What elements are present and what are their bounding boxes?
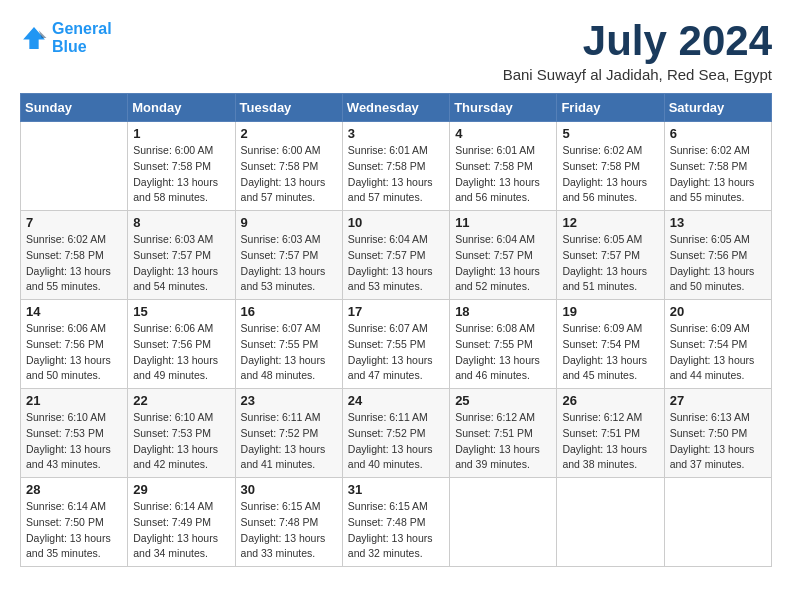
calendar-cell: 18 Sunrise: 6:08 AMSunset: 7:55 PMDaylig…: [450, 300, 557, 389]
calendar-cell: 12 Sunrise: 6:05 AMSunset: 7:57 PMDaylig…: [557, 211, 664, 300]
calendar-week-row: 28 Sunrise: 6:14 AMSunset: 7:50 PMDaylig…: [21, 478, 772, 567]
calendar-cell: 14 Sunrise: 6:06 AMSunset: 7:56 PMDaylig…: [21, 300, 128, 389]
day-info: Sunrise: 6:05 AMSunset: 7:56 PMDaylight:…: [670, 233, 755, 292]
title-block: July 2024 Bani Suwayf al Jadidah, Red Se…: [503, 20, 772, 83]
weekday-header: Friday: [557, 94, 664, 122]
day-number: 4: [455, 126, 551, 141]
calendar-cell: [664, 478, 771, 567]
calendar-cell: 10 Sunrise: 6:04 AMSunset: 7:57 PMDaylig…: [342, 211, 449, 300]
day-number: 23: [241, 393, 337, 408]
calendar-week-row: 1 Sunrise: 6:00 AMSunset: 7:58 PMDayligh…: [21, 122, 772, 211]
day-info: Sunrise: 6:07 AMSunset: 7:55 PMDaylight:…: [241, 322, 326, 381]
day-info: Sunrise: 6:02 AMSunset: 7:58 PMDaylight:…: [26, 233, 111, 292]
calendar-cell: 22 Sunrise: 6:10 AMSunset: 7:53 PMDaylig…: [128, 389, 235, 478]
day-number: 10: [348, 215, 444, 230]
day-info: Sunrise: 6:06 AMSunset: 7:56 PMDaylight:…: [133, 322, 218, 381]
calendar-cell: 30 Sunrise: 6:15 AMSunset: 7:48 PMDaylig…: [235, 478, 342, 567]
day-info: Sunrise: 6:02 AMSunset: 7:58 PMDaylight:…: [562, 144, 647, 203]
day-info: Sunrise: 6:05 AMSunset: 7:57 PMDaylight:…: [562, 233, 647, 292]
day-info: Sunrise: 6:00 AMSunset: 7:58 PMDaylight:…: [133, 144, 218, 203]
calendar-cell: 15 Sunrise: 6:06 AMSunset: 7:56 PMDaylig…: [128, 300, 235, 389]
calendar-cell: 28 Sunrise: 6:14 AMSunset: 7:50 PMDaylig…: [21, 478, 128, 567]
calendar-cell: 25 Sunrise: 6:12 AMSunset: 7:51 PMDaylig…: [450, 389, 557, 478]
calendar-cell: 23 Sunrise: 6:11 AMSunset: 7:52 PMDaylig…: [235, 389, 342, 478]
svg-marker-0: [23, 27, 45, 49]
day-info: Sunrise: 6:06 AMSunset: 7:56 PMDaylight:…: [26, 322, 111, 381]
day-number: 1: [133, 126, 229, 141]
day-info: Sunrise: 6:15 AMSunset: 7:48 PMDaylight:…: [348, 500, 433, 559]
day-info: Sunrise: 6:01 AMSunset: 7:58 PMDaylight:…: [348, 144, 433, 203]
day-number: 8: [133, 215, 229, 230]
weekday-header: Thursday: [450, 94, 557, 122]
day-number: 18: [455, 304, 551, 319]
calendar-cell: [21, 122, 128, 211]
calendar-header-row: SundayMondayTuesdayWednesdayThursdayFrid…: [21, 94, 772, 122]
day-info: Sunrise: 6:10 AMSunset: 7:53 PMDaylight:…: [133, 411, 218, 470]
day-info: Sunrise: 6:04 AMSunset: 7:57 PMDaylight:…: [455, 233, 540, 292]
day-info: Sunrise: 6:11 AMSunset: 7:52 PMDaylight:…: [348, 411, 433, 470]
day-number: 19: [562, 304, 658, 319]
calendar-cell: 13 Sunrise: 6:05 AMSunset: 7:56 PMDaylig…: [664, 211, 771, 300]
weekday-header: Tuesday: [235, 94, 342, 122]
calendar-cell: 16 Sunrise: 6:07 AMSunset: 7:55 PMDaylig…: [235, 300, 342, 389]
day-info: Sunrise: 6:02 AMSunset: 7:58 PMDaylight:…: [670, 144, 755, 203]
calendar-cell: 26 Sunrise: 6:12 AMSunset: 7:51 PMDaylig…: [557, 389, 664, 478]
logo-text: General Blue: [52, 20, 112, 55]
calendar-cell: [450, 478, 557, 567]
day-number: 2: [241, 126, 337, 141]
day-info: Sunrise: 6:03 AMSunset: 7:57 PMDaylight:…: [133, 233, 218, 292]
calendar-cell: 3 Sunrise: 6:01 AMSunset: 7:58 PMDayligh…: [342, 122, 449, 211]
calendar-cell: 17 Sunrise: 6:07 AMSunset: 7:55 PMDaylig…: [342, 300, 449, 389]
weekday-header: Saturday: [664, 94, 771, 122]
day-info: Sunrise: 6:11 AMSunset: 7:52 PMDaylight:…: [241, 411, 326, 470]
calendar-cell: 19 Sunrise: 6:09 AMSunset: 7:54 PMDaylig…: [557, 300, 664, 389]
calendar-cell: 4 Sunrise: 6:01 AMSunset: 7:58 PMDayligh…: [450, 122, 557, 211]
month-title: July 2024: [503, 20, 772, 62]
day-number: 9: [241, 215, 337, 230]
calendar-cell: 20 Sunrise: 6:09 AMSunset: 7:54 PMDaylig…: [664, 300, 771, 389]
day-number: 16: [241, 304, 337, 319]
calendar-cell: 11 Sunrise: 6:04 AMSunset: 7:57 PMDaylig…: [450, 211, 557, 300]
calendar-week-row: 14 Sunrise: 6:06 AMSunset: 7:56 PMDaylig…: [21, 300, 772, 389]
calendar-cell: [557, 478, 664, 567]
day-info: Sunrise: 6:07 AMSunset: 7:55 PMDaylight:…: [348, 322, 433, 381]
calendar-cell: 8 Sunrise: 6:03 AMSunset: 7:57 PMDayligh…: [128, 211, 235, 300]
day-info: Sunrise: 6:14 AMSunset: 7:50 PMDaylight:…: [26, 500, 111, 559]
day-info: Sunrise: 6:12 AMSunset: 7:51 PMDaylight:…: [455, 411, 540, 470]
day-number: 3: [348, 126, 444, 141]
day-number: 14: [26, 304, 122, 319]
day-info: Sunrise: 6:04 AMSunset: 7:57 PMDaylight:…: [348, 233, 433, 292]
calendar-cell: 2 Sunrise: 6:00 AMSunset: 7:58 PMDayligh…: [235, 122, 342, 211]
day-info: Sunrise: 6:09 AMSunset: 7:54 PMDaylight:…: [670, 322, 755, 381]
calendar-cell: 6 Sunrise: 6:02 AMSunset: 7:58 PMDayligh…: [664, 122, 771, 211]
day-number: 6: [670, 126, 766, 141]
weekday-header: Sunday: [21, 94, 128, 122]
day-info: Sunrise: 6:00 AMSunset: 7:58 PMDaylight:…: [241, 144, 326, 203]
day-number: 31: [348, 482, 444, 497]
day-number: 28: [26, 482, 122, 497]
day-number: 17: [348, 304, 444, 319]
calendar-cell: 24 Sunrise: 6:11 AMSunset: 7:52 PMDaylig…: [342, 389, 449, 478]
day-number: 13: [670, 215, 766, 230]
calendar-cell: 31 Sunrise: 6:15 AMSunset: 7:48 PMDaylig…: [342, 478, 449, 567]
location: Bani Suwayf al Jadidah, Red Sea, Egypt: [503, 66, 772, 83]
day-info: Sunrise: 6:03 AMSunset: 7:57 PMDaylight:…: [241, 233, 326, 292]
logo: General Blue: [20, 20, 112, 55]
logo-icon: [20, 24, 48, 52]
day-number: 24: [348, 393, 444, 408]
calendar-cell: 27 Sunrise: 6:13 AMSunset: 7:50 PMDaylig…: [664, 389, 771, 478]
calendar-cell: 9 Sunrise: 6:03 AMSunset: 7:57 PMDayligh…: [235, 211, 342, 300]
day-number: 5: [562, 126, 658, 141]
day-number: 15: [133, 304, 229, 319]
day-number: 21: [26, 393, 122, 408]
day-info: Sunrise: 6:15 AMSunset: 7:48 PMDaylight:…: [241, 500, 326, 559]
calendar-cell: 1 Sunrise: 6:00 AMSunset: 7:58 PMDayligh…: [128, 122, 235, 211]
calendar-cell: 5 Sunrise: 6:02 AMSunset: 7:58 PMDayligh…: [557, 122, 664, 211]
day-number: 22: [133, 393, 229, 408]
calendar-cell: 29 Sunrise: 6:14 AMSunset: 7:49 PMDaylig…: [128, 478, 235, 567]
calendar-week-row: 21 Sunrise: 6:10 AMSunset: 7:53 PMDaylig…: [21, 389, 772, 478]
day-info: Sunrise: 6:01 AMSunset: 7:58 PMDaylight:…: [455, 144, 540, 203]
day-info: Sunrise: 6:12 AMSunset: 7:51 PMDaylight:…: [562, 411, 647, 470]
calendar-cell: 7 Sunrise: 6:02 AMSunset: 7:58 PMDayligh…: [21, 211, 128, 300]
day-number: 7: [26, 215, 122, 230]
